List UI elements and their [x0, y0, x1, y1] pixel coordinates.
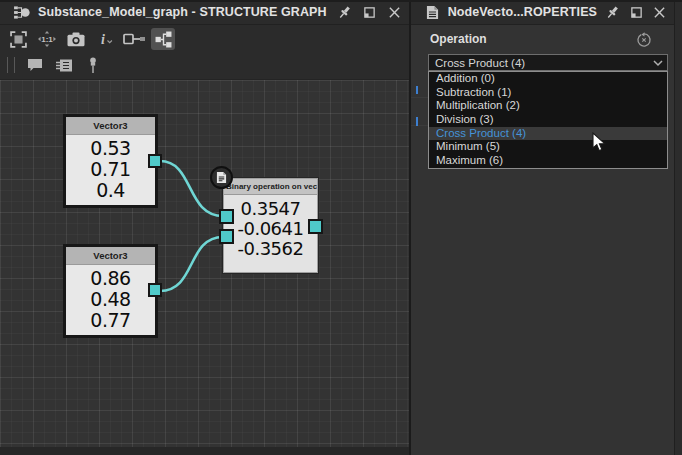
value-z: 0.4: [66, 180, 155, 201]
operation-row: Operation: [430, 32, 664, 46]
window-top-edge: [0, 0, 682, 2]
dropdown-option[interactable]: Division (3): [429, 113, 667, 127]
graph-toolbar: 1:1 i: [0, 26, 409, 79]
float-panel-icon[interactable]: [360, 3, 378, 21]
background-row-divider: [411, 97, 428, 98]
output-port-vector1[interactable]: [148, 154, 162, 168]
zoom-actual-size-icon[interactable]: 1:1: [35, 28, 59, 50]
dropdown-option-selected[interactable]: Cross Product (4): [429, 127, 667, 141]
pin-node-icon[interactable]: [81, 54, 105, 76]
value-x: 0.86: [66, 268, 155, 289]
link-display-icon[interactable]: [122, 28, 146, 50]
dropdown-option[interactable]: Minimum (5): [429, 140, 667, 154]
graph-view-icon[interactable]: [151, 28, 175, 50]
value-z: -0.3562: [224, 239, 317, 259]
operation-dropdown-list: Addition (0) Subtraction (1) Multiplicat…: [428, 71, 668, 169]
document-icon: [216, 171, 227, 184]
structure-graph-panel: Substance_Model_graph - STRUCTURE GRAPH …: [0, 0, 409, 455]
panel-divider[interactable]: [409, 0, 411, 455]
node-values: 0.3547 -0.0641 -0.3562: [224, 195, 317, 259]
node-binary-operation[interactable]: Binary operation on vec... 0.3547 -0.064…: [223, 178, 318, 273]
fit-view-icon[interactable]: [6, 28, 30, 50]
dropdown-option[interactable]: Multiplication (2): [429, 99, 667, 113]
node-type-badge: [210, 166, 233, 189]
structure-graph-icon: [13, 3, 31, 21]
structure-graph-titlebar: Substance_Model_graph - STRUCTURE GRAPH: [0, 0, 409, 25]
chevron-down-icon: [653, 60, 663, 67]
value-y: 0.48: [66, 289, 155, 310]
input-port-b[interactable]: [219, 229, 234, 244]
float-panel-icon[interactable]: [628, 3, 645, 21]
window-right-edge: [674, 0, 682, 455]
close-icon[interactable]: [385, 3, 403, 21]
svg-text:i: i: [101, 32, 105, 47]
node-title: Vector3: [66, 247, 155, 265]
value-y: -0.0641: [224, 219, 317, 239]
pin-icon[interactable]: [335, 3, 353, 21]
properties-titlebar: NodeVecto...ROPERTIES: [411, 0, 674, 25]
node-values: 0.53 0.71 0.4: [66, 135, 155, 201]
comment-icon[interactable]: [23, 54, 47, 76]
close-icon[interactable]: [651, 3, 668, 21]
node-vector3-1[interactable]: Vector3 0.53 0.71 0.4: [63, 114, 158, 208]
panel-title: Substance_Model_graph - STRUCTURE GRAPH: [38, 5, 327, 19]
node-display-icon[interactable]: [52, 54, 76, 76]
value-y: 0.71: [66, 159, 155, 180]
value-x: 0.3547: [224, 199, 317, 219]
pin-icon[interactable]: [604, 3, 621, 21]
dropdown-option[interactable]: Maximum (6): [429, 154, 667, 168]
dropdown-option[interactable]: Addition (0): [429, 72, 667, 86]
node-title: Binary operation on vec...: [224, 179, 317, 195]
operation-combobox[interactable]: Cross Product (4): [428, 54, 668, 71]
dropdown-option[interactable]: Subtraction (1): [429, 86, 667, 100]
info-icon[interactable]: i: [93, 28, 117, 50]
combobox-value: Cross Product (4): [435, 57, 525, 69]
app-window: Substance_Model_graph - STRUCTURE GRAPH …: [0, 0, 682, 455]
reset-to-default-icon[interactable]: [636, 32, 652, 48]
node-graph-canvas[interactable]: Vector3 0.53 0.71 0.4 Vector3 0.86 0.48 …: [0, 79, 409, 447]
output-port-vector2[interactable]: [148, 283, 162, 297]
node-values: 0.86 0.48 0.77: [66, 265, 155, 331]
output-port-binary[interactable]: [308, 219, 323, 234]
value-z: 0.77: [66, 310, 155, 331]
screenshot-icon[interactable]: [64, 28, 88, 50]
panel-title: NodeVecto...ROPERTIES: [448, 5, 597, 19]
background-slider-fragment: [416, 86, 418, 94]
background-slider-fragment: [416, 117, 418, 126]
node-vector3-2[interactable]: Vector3 0.86 0.48 0.77: [63, 244, 158, 338]
properties-panel: NodeVecto...ROPERTIES Operation Cross Pr…: [411, 0, 674, 455]
node-title: Vector3: [66, 117, 155, 135]
properties-document-icon: [424, 3, 441, 21]
operation-label: Operation: [430, 32, 487, 46]
background-row-divider: [411, 125, 428, 126]
panel-bottom-edge: [0, 447, 409, 455]
input-port-a[interactable]: [219, 209, 234, 224]
mouse-cursor: [592, 132, 607, 153]
toolbar-drag-handle[interactable]: [7, 57, 15, 73]
connection-wires: [0, 80, 409, 448]
value-x: 0.53: [66, 138, 155, 159]
svg-text:1:1: 1:1: [41, 35, 53, 44]
